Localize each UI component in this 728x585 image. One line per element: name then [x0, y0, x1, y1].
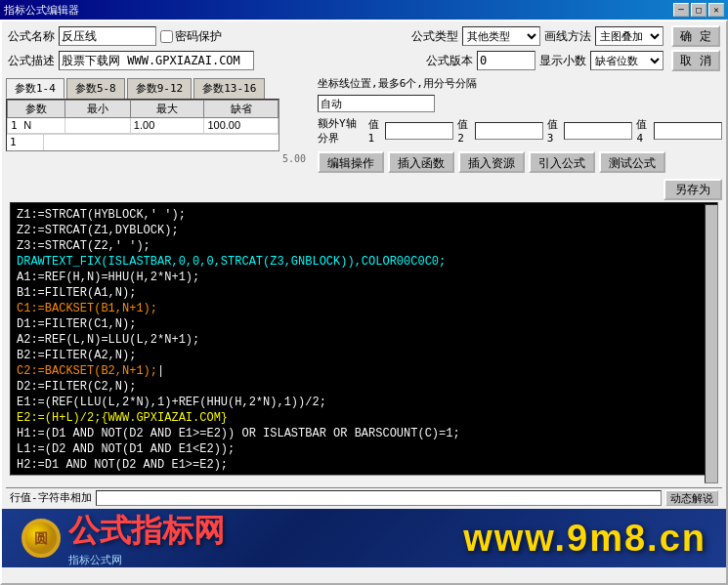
code-line: L1:=(D2 AND NOT(D1 AND E1<E2));: [17, 441, 711, 457]
code-line: Z3:=STRCAT(Z2,' ');: [17, 238, 711, 254]
type-select[interactable]: 其他类型: [462, 26, 540, 46]
code-line: E2:=(H+L)/2;{WWW.GPXIAZAI.COM}: [17, 410, 711, 426]
code-line: A1:=REF(H,N)=HHU(H,2*N+1);: [17, 270, 711, 285]
code-editor[interactable]: Z1:=STRCAT(HYBLOCK,' '); Z2:=STRCAT(Z1,D…: [10, 202, 718, 476]
banner-left: 圆 公式指标网 指标公式网: [21, 510, 225, 567]
banner-coin: 圆: [21, 519, 61, 558]
code-line: A2:=REF(L,N)=LLU(L,2*N+1);: [17, 332, 711, 348]
axis-val1-input[interactable]: [385, 122, 453, 140]
code-line: H2:=D1 AND NOT(D2 AND E1>=E2);: [17, 457, 711, 473]
status-bar: 行值-字符串相加 动态解说: [6, 487, 722, 507]
axis-val3-input[interactable]: [564, 122, 632, 140]
code-line: B1:=FILTER(A1,N);: [17, 285, 711, 301]
form-row-1: 公式名称 密码保护 公式类型 其他类型 画线方法 主图叠加 确 定: [8, 25, 720, 47]
draw-select[interactable]: 主图叠加: [595, 26, 664, 46]
banner-right-text: www.9m8.cn: [463, 518, 707, 560]
banner-logo-sub: 指标公式网: [68, 553, 225, 567]
tab-param-1-4[interactable]: 参数1-4: [6, 78, 64, 99]
banner-text-group: 公式指标网 指标公式网: [68, 510, 225, 567]
table-row: 1: [8, 118, 278, 134]
code-line: D1:=FILTER(C1,N);: [17, 316, 711, 332]
dynamic-comment-button[interactable]: 动态解说: [665, 490, 718, 506]
axis-val2-input[interactable]: [475, 122, 543, 140]
banner: 圆 公式指标网 指标公式网 www.9m8.cn: [2, 509, 726, 567]
code-line: C2:=BACKSET(B2,N+1);|: [17, 363, 711, 379]
test-formula-button[interactable]: 测试公式: [599, 151, 665, 173]
right-panel: 坐标线位置,最多6个,用分号分隔 额外Y轴分界 值1 值2 值3 值4: [310, 76, 722, 200]
code-editor-container: Z1:=STRCAT(HYBLOCK,' '); Z2:=STRCAT(Z1,D…: [6, 202, 722, 485]
minimize-button[interactable]: ─: [673, 3, 689, 17]
code-line: X1:=REF(BARSLAST(H1),1)+1;: [17, 473, 711, 476]
axis-val4-input[interactable]: [654, 122, 722, 140]
password-checkbox-label: 密码保护: [160, 28, 222, 45]
tab-param-5-8[interactable]: 参数5-8: [66, 78, 125, 99]
axis-label: 额外Y轴分界: [318, 116, 364, 146]
tabs-row: 参数1-4 参数5-8 参数9-12 参数13-16: [6, 78, 306, 99]
banner-logo-text: 公式指标网: [68, 510, 225, 553]
type-label: 公式类型: [411, 28, 458, 45]
param-extra-row: 5.00: [6, 153, 306, 164]
decimals-select[interactable]: 缺省位数: [590, 51, 664, 70]
param-1-name[interactable]: [23, 119, 51, 131]
import-formula-button[interactable]: 引入公式: [529, 151, 595, 173]
confirm-button[interactable]: 确 定: [671, 25, 720, 47]
password-label: 密码保护: [175, 28, 222, 45]
tab-param-9-12[interactable]: 参数9-12: [127, 78, 193, 99]
maximize-button[interactable]: □: [691, 3, 707, 17]
code-line: E1:=(REF(LLU(L,2*N),1)+REF(HHU(H,2*N),1)…: [17, 395, 711, 410]
param-1-default[interactable]: [207, 119, 261, 131]
param-1-min[interactable]: [68, 119, 115, 131]
axis-val2-label: 值2: [457, 117, 471, 145]
coord-input-row: [318, 95, 722, 112]
axis-val1-label: 值1: [368, 117, 382, 145]
password-checkbox[interactable]: [160, 30, 173, 43]
form-section: 公式名称 密码保护 公式类型 其他类型 画线方法 主图叠加 确 定: [2, 21, 726, 76]
code-line: H1:=(D1 AND NOT(D2 AND E1>=E2)) OR ISLAS…: [17, 426, 711, 441]
code-line: C1:=BACKSET(B1,N+1);: [17, 301, 711, 316]
svg-text:圆: 圆: [34, 530, 48, 546]
axis-val3-label: 值3: [547, 117, 561, 145]
desc-label: 公式描述: [8, 53, 55, 69]
window-title: 指标公式编辑器: [4, 3, 79, 18]
insert-resource-button[interactable]: 插入资源: [458, 151, 525, 173]
desc-input[interactable]: [59, 51, 254, 70]
scrollbar[interactable]: [705, 204, 718, 483]
status-label: 行值-字符串相加: [10, 490, 92, 505]
action-buttons-row: 编辑操作 插入函数 插入资源 引入公式 测试公式: [318, 151, 722, 173]
status-input[interactable]: [96, 490, 662, 506]
tab-param-13-16[interactable]: 参数13-16: [193, 78, 265, 99]
coord-row: 坐标线位置,最多6个,用分号分隔: [318, 76, 722, 91]
code-line: B2:=FILTER(A2,N);: [17, 348, 711, 363]
draw-label: 画线方法: [544, 28, 591, 45]
col-default: 缺省: [204, 101, 278, 118]
axis-row: 额外Y轴分界 值1 值2 值3 值4: [318, 116, 722, 146]
name-input[interactable]: [59, 26, 156, 46]
col-max: 最大: [130, 101, 204, 118]
axis-val4-label: 值4: [636, 117, 650, 145]
close-button[interactable]: ✕: [708, 3, 724, 17]
middle-section: 参数1-4 参数5-8 参数9-12 参数13-16 参数 最小 最大 缺省: [2, 76, 726, 200]
param-section: 参数1-4 参数5-8 参数9-12 参数13-16 参数 最小 最大 缺省: [6, 76, 306, 200]
coord-input[interactable]: [318, 95, 435, 112]
right-buttons: 确 定: [671, 25, 720, 47]
cancel-button[interactable]: 取 消: [671, 50, 720, 71]
col-min: 最小: [64, 101, 130, 118]
code-line: Z2:=STRCAT(Z1,DYBLOCK);: [17, 223, 711, 238]
save-as-button[interactable]: 另存为: [664, 179, 722, 200]
version-input[interactable]: [477, 51, 535, 70]
code-line: Z1:=STRCAT(HYBLOCK,' ');: [17, 207, 711, 223]
main-window: 公式名称 密码保护 公式类型 其他类型 画线方法 主图叠加 确 定: [0, 20, 728, 585]
edit-ops-button[interactable]: 编辑操作: [318, 151, 384, 173]
col-param: 参数: [8, 101, 65, 118]
decimals-label: 显示小数: [539, 53, 586, 69]
version-label: 公式版本: [426, 53, 473, 69]
form-row-2: 公式描述 公式版本 显示小数 缺省位数 取 消: [8, 50, 720, 71]
name-label: 公式名称: [8, 28, 55, 45]
window-controls: ─ □ ✕: [673, 3, 724, 17]
param-1-max[interactable]: [134, 119, 188, 131]
code-line: D2:=FILTER(C2,N);: [17, 379, 711, 395]
insert-func-button[interactable]: 插入函数: [388, 151, 454, 173]
param-table: 参数 最小 最大 缺省 1: [6, 99, 279, 151]
coord-label: 坐标线位置,最多6个,用分号分隔: [318, 76, 477, 91]
title-bar: 指标公式编辑器 ─ □ ✕: [0, 0, 728, 20]
